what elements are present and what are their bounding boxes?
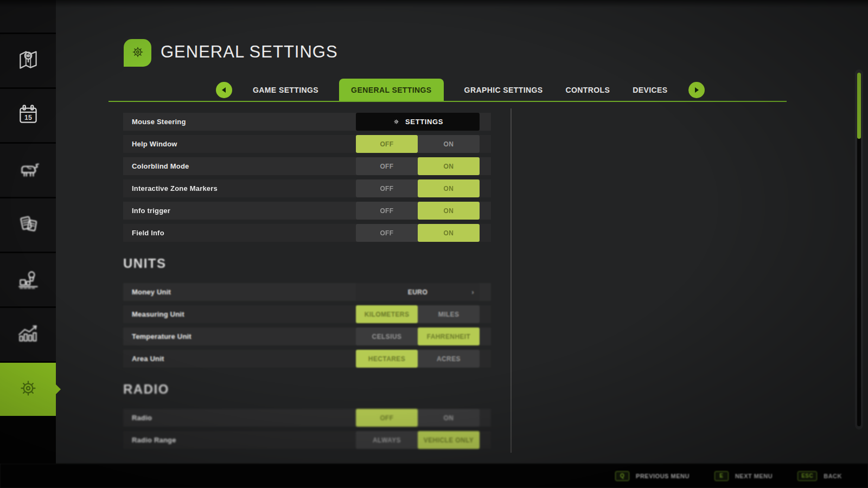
setting-label: Field Info xyxy=(132,229,164,237)
dropdown-value: EURO xyxy=(408,288,428,296)
sidebar-item-contracts[interactable] xyxy=(0,198,56,252)
setting-row: Measuring UnitKILOMETERSMILES xyxy=(123,305,491,323)
section-radio: RADIORadioOFFONRadio RangeALWAYSVEHICLE … xyxy=(123,382,491,449)
setting-control: OFFON xyxy=(356,179,480,197)
setting-row: Colorblind ModeOFFON xyxy=(123,157,491,175)
setting-row: Area UnitHECTARESACRES xyxy=(123,350,491,368)
tab-bar: GAME SETTINGSGENERAL SETTINGSGRAPHIC SET… xyxy=(216,79,705,101)
page-scrollbar-thumb[interactable] xyxy=(857,73,861,139)
setting-label: Info trigger xyxy=(132,207,170,215)
setting-label: Mouse Steering xyxy=(132,118,186,126)
setting-row: RadioOFFON xyxy=(123,409,491,427)
footer-hint: QPREVIOUS MENU xyxy=(615,471,690,481)
tabs-prev-button[interactable] xyxy=(216,82,232,98)
sidebar-item-calendar[interactable]: 15 xyxy=(0,89,56,142)
setting-label: Temperature Unit xyxy=(132,332,192,341)
setting-label: Interactive Zone Markers xyxy=(132,184,218,192)
gear-icon xyxy=(129,43,147,63)
toggle-option[interactable]: OFF xyxy=(356,179,418,197)
footer-hint-bar: QPREVIOUS MENUENEXT MENUESCBACK xyxy=(0,464,868,488)
cow-icon xyxy=(15,156,42,185)
setting-row: Money UnitEURO› xyxy=(123,283,491,301)
setting-control: OFFON xyxy=(356,135,480,153)
setting-control: OFFON xyxy=(356,224,480,242)
toggle-option[interactable]: OFF xyxy=(356,157,418,175)
tab-controls[interactable]: CONTROLS xyxy=(563,86,612,94)
svg-text:15: 15 xyxy=(24,114,32,121)
toggle-option[interactable]: ON xyxy=(418,409,480,427)
setting-row: Help WindowOFFON xyxy=(123,135,491,153)
toggle-option[interactable]: ON xyxy=(418,135,480,153)
tab-underline xyxy=(108,101,787,102)
toggle-option[interactable]: ON xyxy=(418,224,480,242)
sidebar-item-map[interactable] xyxy=(0,34,56,87)
sidebar-item-animals[interactable] xyxy=(0,144,56,197)
toggle-option[interactable]: KILOMETERS xyxy=(356,305,418,323)
setting-control: OFFON xyxy=(356,157,480,175)
setting-label: Radio Range xyxy=(132,436,176,444)
setting-control: HECTARESACRES xyxy=(356,350,480,368)
setting-label: Money Unit xyxy=(132,288,171,296)
chart-icon xyxy=(15,320,42,349)
toggle-option[interactable]: CELSIUS xyxy=(356,328,418,345)
tab-devices[interactable]: DEVICES xyxy=(630,86,669,94)
toggle-option[interactable]: FAHRENHEIT xyxy=(418,328,480,345)
sidebar-item-settings[interactable] xyxy=(0,363,56,416)
setting-row: Radio RangeALWAYSVEHICLE ONLY xyxy=(123,431,491,449)
documents-icon xyxy=(15,210,42,240)
toggle-option[interactable]: OFF xyxy=(356,409,418,427)
section-heading-units: UNITS xyxy=(123,256,491,271)
toggle-option[interactable]: OFF xyxy=(356,224,418,242)
keycap: ESC xyxy=(797,471,817,481)
tab-general-settings[interactable]: GENERAL SETTINGS xyxy=(339,79,444,101)
footer-hint-label: BACK xyxy=(824,473,842,479)
toggle-option[interactable]: ON xyxy=(418,179,480,197)
section-heading-radio: RADIO xyxy=(123,382,491,397)
setting-label: Help Window xyxy=(132,140,177,148)
settings-button-label: SETTINGS xyxy=(405,118,443,126)
toggle-option[interactable]: MILES xyxy=(418,305,480,323)
sidebar-spacer-tile xyxy=(0,0,56,33)
production-icon xyxy=(15,265,42,294)
gear-icon xyxy=(392,118,400,126)
tab-game-settings[interactable]: GAME SETTINGS xyxy=(251,86,321,94)
left-arrow-icon xyxy=(222,87,226,93)
toggle-option[interactable]: ON xyxy=(418,202,480,220)
footer-hint-label: NEXT MENU xyxy=(735,473,773,479)
setting-row: Mouse Steering SETTINGS xyxy=(123,113,491,131)
toggle-option[interactable]: OFF xyxy=(356,202,418,220)
setting-control: ALWAYSVEHICLE ONLY xyxy=(356,431,480,449)
tab-graphic-settings[interactable]: GRAPHIC SETTINGS xyxy=(462,86,545,94)
settings-screen: 15 GENERAL SETTINGS GAME SETTINGSGENERAL… xyxy=(0,0,868,488)
setting-row: Info triggerOFFON xyxy=(123,202,491,220)
setting-label: Measuring Unit xyxy=(132,310,184,318)
toggle-option[interactable]: ACRES xyxy=(418,350,480,368)
right-arrow-icon xyxy=(695,87,699,93)
sidebar-item-statistics[interactable] xyxy=(0,308,56,361)
toggle-option[interactable]: ALWAYS xyxy=(356,431,418,449)
section-general: Mouse Steering SETTINGSHelp WindowOFFONC… xyxy=(123,113,491,242)
dropdown-money-unit[interactable]: EURO› xyxy=(356,283,480,301)
setting-row: Interactive Zone MarkersOFFON xyxy=(123,179,491,197)
toggle-option[interactable]: OFF xyxy=(356,135,418,153)
sidebar: 15 xyxy=(0,0,56,464)
tabs-next-button[interactable] xyxy=(688,82,705,98)
toggle-option[interactable]: VEHICLE ONLY xyxy=(418,431,480,449)
setting-control: KILOMETERSMILES xyxy=(356,305,480,323)
caret-right-icon: › xyxy=(471,288,474,296)
setting-label: Radio xyxy=(132,414,152,422)
setting-row: Temperature UnitCELSIUSFAHRENHEIT xyxy=(123,328,491,345)
keycap: E xyxy=(714,471,729,481)
map-icon xyxy=(15,46,42,75)
footer-hint: ESCBACK xyxy=(797,471,842,481)
toggle-option[interactable]: ON xyxy=(418,157,480,175)
list-scrollbar[interactable] xyxy=(510,108,512,453)
settings-button[interactable]: SETTINGS xyxy=(356,113,480,131)
setting-control: OFFON xyxy=(356,409,480,427)
setting-control: OFFON xyxy=(356,202,480,220)
toggle-option[interactable]: HECTARES xyxy=(356,350,418,368)
section-units: UNITSMoney UnitEURO›Measuring UnitKILOME… xyxy=(123,256,491,368)
setting-label: Area Unit xyxy=(132,355,164,363)
page-scrollbar[interactable] xyxy=(855,69,863,429)
sidebar-item-production[interactable] xyxy=(0,253,56,306)
